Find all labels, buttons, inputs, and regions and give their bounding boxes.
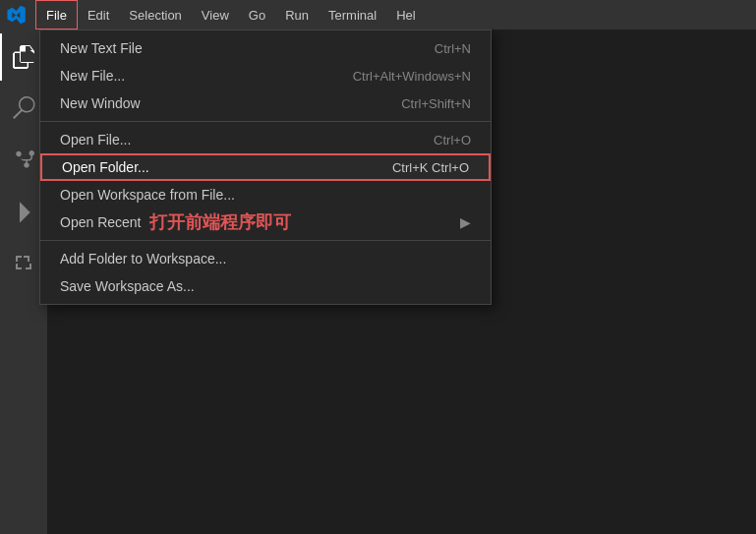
menu-new-text-file[interactable]: New Text File Ctrl+N bbox=[40, 34, 491, 62]
menu-open-recent[interactable]: Open Recent 打开前端程序即可 ▶ bbox=[40, 208, 491, 236]
menu-section-3: Add Folder to Workspace... Save Workspac… bbox=[40, 240, 491, 304]
file-dropdown-menu: New Text File Ctrl+N New File... Ctrl+Al… bbox=[39, 30, 492, 305]
menu-save-workspace-as[interactable]: Save Workspace As... bbox=[40, 272, 491, 300]
menu-open-folder[interactable]: Open Folder... Ctrl+K Ctrl+O bbox=[40, 153, 491, 181]
chevron-right-icon: ▶ bbox=[460, 214, 471, 230]
menu-bar: File Edit Selection View Go Run Terminal… bbox=[0, 0, 756, 30]
menu-file[interactable]: File bbox=[35, 0, 78, 30]
menu-run[interactable]: Run bbox=[275, 0, 319, 30]
menu-new-file[interactable]: New File... Ctrl+Alt+Windows+N bbox=[40, 62, 491, 89]
menu-new-window[interactable]: New Window Ctrl+Shift+N bbox=[40, 89, 491, 117]
menu-open-file[interactable]: Open File... Ctrl+O bbox=[40, 126, 491, 153]
menu-section-1: New Text File Ctrl+N New File... Ctrl+Al… bbox=[40, 30, 491, 121]
vscode-logo-icon bbox=[4, 3, 28, 27]
menu-terminal[interactable]: Terminal bbox=[319, 0, 386, 30]
menu-help[interactable]: Hel bbox=[386, 0, 426, 30]
menu-view[interactable]: View bbox=[192, 0, 239, 30]
menu-open-workspace[interactable]: Open Workspace from File... bbox=[40, 181, 491, 208]
menu-go[interactable]: Go bbox=[239, 0, 275, 30]
menu-selection[interactable]: Selection bbox=[119, 0, 191, 30]
menu-edit[interactable]: Edit bbox=[78, 0, 119, 30]
menu-add-folder-workspace[interactable]: Add Folder to Workspace... bbox=[40, 245, 491, 272]
menu-section-2: Open File... Ctrl+O Open Folder... Ctrl+… bbox=[40, 121, 491, 240]
dropdown-overlay[interactable]: New Text File Ctrl+N New File... Ctrl+Al… bbox=[0, 30, 756, 534]
